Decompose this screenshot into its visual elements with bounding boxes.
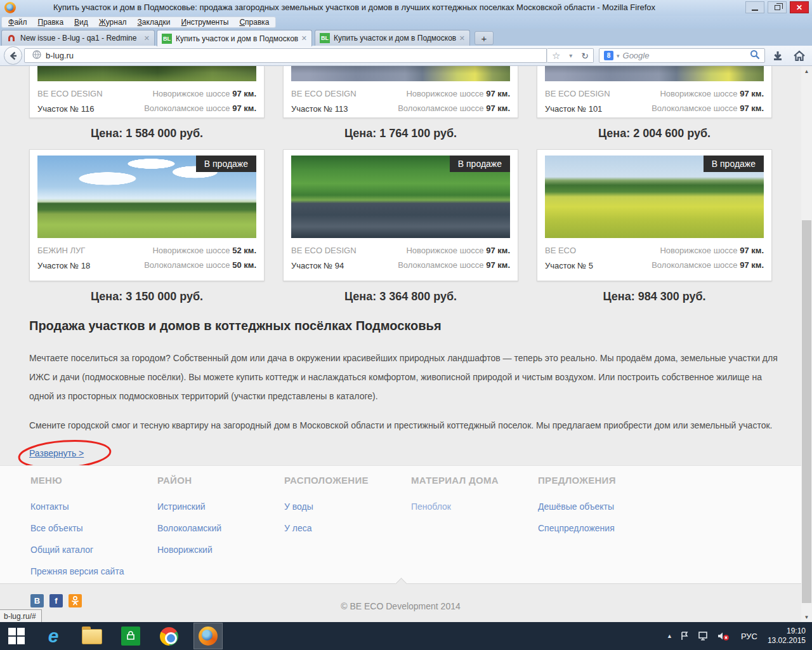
- clock-time: 19:10: [768, 627, 806, 636]
- network-icon[interactable]: [698, 631, 709, 641]
- windows-taskbar: e ▲ РУС 19:10 13.02.2015: [0, 622, 812, 650]
- windows-logo-icon: [8, 628, 25, 644]
- footer-column-offers: ПРЕДЛОЖЕНИЯ Дешёвые объекты Спецпредложе…: [538, 475, 658, 545]
- close-button[interactable]: ✕: [790, 1, 809, 13]
- restore-button[interactable]: [768, 1, 787, 13]
- listing-card[interactable]: BE ECO DESIGN Участок № 116 Новорижское …: [29, 66, 265, 118]
- footer-link-by-water[interactable]: У воды: [284, 501, 405, 512]
- menu-file[interactable]: Файл: [8, 18, 27, 27]
- footer-link-istrinsky[interactable]: Истринский: [157, 501, 278, 512]
- home-button[interactable]: [790, 49, 808, 63]
- window-title: Купить участок и дом в Подмосковье: прод…: [53, 3, 655, 12]
- navigation-toolbar: b-lug.ru ☆ ▾ ↻ 8 ▾ Google: [0, 46, 812, 66]
- search-input[interactable]: Google: [623, 51, 747, 60]
- menu-tools[interactable]: Инструменты: [181, 18, 229, 27]
- expand-link[interactable]: Развернуть >: [29, 448, 84, 458]
- language-indicator[interactable]: РУС: [741, 632, 757, 641]
- footer-link-old-site[interactable]: Прежняя версия сайта: [30, 566, 151, 576]
- download-arrow-icon: [772, 50, 783, 62]
- chrome-icon: [160, 627, 178, 646]
- action-center-flag-icon[interactable]: [680, 631, 690, 641]
- highway-label: Волоколамское шоссе: [398, 103, 483, 113]
- tab-close-icon[interactable]: ✕: [459, 34, 465, 43]
- footer-link-catalog[interactable]: Общий каталог: [30, 545, 151, 555]
- tab-blug-2[interactable]: BL Купить участок и дом в Подмосков... ✕: [315, 30, 470, 46]
- volume-muted-icon[interactable]: [717, 631, 730, 641]
- copyright-text: © BE ECO Development 2014: [0, 601, 801, 611]
- menu-bookmarks[interactable]: Закладки: [138, 18, 171, 27]
- url-bar[interactable]: b-lug.ru: [24, 48, 547, 63]
- tab-close-icon[interactable]: ✕: [301, 34, 307, 43]
- highway-distance: 97 км.: [486, 89, 510, 98]
- back-arrow-icon: [8, 51, 18, 61]
- plot-number: Участок № 18: [37, 261, 90, 270]
- listing-row-main: В продаже БЕЖИН ЛУГ Участок № 18 Новориж…: [29, 149, 772, 303]
- footer-link-novorizhsky[interactable]: Новорижский: [157, 545, 278, 555]
- minimize-button[interactable]: [745, 1, 764, 13]
- menu-edit[interactable]: Правка: [38, 18, 64, 27]
- village-name: BE ECO DESIGN: [291, 246, 357, 255]
- windows-store-button[interactable]: [117, 623, 145, 649]
- tab-blug-active[interactable]: BL Купить участок и дом в Подмосков... ✕: [157, 30, 312, 46]
- google-engine-icon[interactable]: 8: [604, 51, 613, 60]
- internet-explorer-button[interactable]: e: [39, 623, 67, 649]
- menu-help[interactable]: Справка: [239, 18, 269, 27]
- price-label: Цена: 984 300 руб.: [537, 290, 772, 303]
- scroll-down-icon[interactable]: ▼: [801, 612, 812, 622]
- chrome-button[interactable]: [155, 623, 183, 649]
- footer-link-volokolamsky[interactable]: Волоколамский: [157, 523, 278, 533]
- search-magnifier-icon[interactable]: [750, 50, 760, 62]
- file-explorer-button[interactable]: [77, 623, 105, 649]
- taskbar-clock[interactable]: 19:10 13.02.2015: [768, 627, 806, 646]
- highway-label: Волоколамское шоссе: [144, 260, 230, 270]
- page-scrollbar[interactable]: ▲ ▼: [801, 66, 812, 622]
- footer-link-penoblock[interactable]: Пеноблок: [411, 501, 532, 512]
- downloads-button[interactable]: [769, 49, 787, 63]
- tab-label: Купить участок и дом в Подмосков...: [176, 34, 298, 43]
- reload-icon[interactable]: ↻: [581, 51, 589, 61]
- highway-distance: 97 км.: [740, 246, 764, 255]
- redmine-favicon-icon: [6, 33, 16, 43]
- new-tab-button[interactable]: +: [475, 31, 494, 45]
- listing-card[interactable]: В продаже BE ECO Участок № 5 Новорижское…: [537, 149, 772, 281]
- search-box[interactable]: 8 ▾ Google: [599, 48, 765, 63]
- tab-close-icon[interactable]: ✕: [144, 34, 150, 43]
- scroll-up-icon[interactable]: ▲: [801, 66, 812, 76]
- price-label: Цена: 3 150 000 руб.: [29, 290, 265, 303]
- scrollbar-thumb[interactable]: [802, 220, 811, 603]
- footer-column-title: РАЙОН: [157, 475, 278, 486]
- bl-favicon-icon: BL: [320, 33, 330, 43]
- bookmark-star-icon[interactable]: ☆: [552, 50, 560, 62]
- footer-link-by-forest[interactable]: У леса: [284, 523, 405, 533]
- footer-link-special-offers[interactable]: Спецпредложения: [538, 523, 658, 533]
- firefox-button-active[interactable]: [194, 623, 222, 649]
- globe-icon: [32, 50, 41, 61]
- highway-distance: 97 км.: [232, 103, 256, 113]
- highway-distance: 50 км.: [232, 260, 256, 270]
- history-dropdown-icon[interactable]: ▾: [569, 52, 572, 59]
- listing-cell: BE ECO DESIGN Участок № 101 Новорижское …: [537, 66, 772, 140]
- listing-card[interactable]: В продаже БЕЖИН ЛУГ Участок № 18 Новориж…: [29, 149, 265, 281]
- footer-link-cheap-objects[interactable]: Дешёвые объекты: [538, 501, 658, 512]
- start-button[interactable]: [3, 623, 30, 649]
- price-label: Цена: 2 004 600 руб.: [537, 127, 772, 140]
- village-name: BE ECO: [545, 246, 593, 255]
- back-button[interactable]: [4, 46, 22, 65]
- footer-column-menu: МЕНЮ Контакты Все объекты Общий каталог …: [30, 475, 151, 588]
- window-titlebar[interactable]: Купить участок и дом в Подмосковье: прод…: [0, 0, 812, 16]
- plot-number: Участок № 94: [291, 261, 357, 270]
- tab-label: New issue - B-lug - qa1 - Redmine: [20, 34, 141, 43]
- engine-dropdown-icon[interactable]: ▾: [617, 53, 620, 59]
- listing-card[interactable]: BE ECO DESIGN Участок № 101 Новорижское …: [537, 66, 772, 118]
- tray-expand-icon[interactable]: ▲: [667, 633, 672, 639]
- tab-redmine[interactable]: New issue - B-lug - qa1 - Redmine ✕: [1, 30, 155, 46]
- highway-distance: 97 км.: [486, 260, 510, 270]
- footer-link-contacts[interactable]: Контакты: [30, 501, 151, 512]
- price-label: Цена: 3 364 800 руб.: [283, 290, 518, 303]
- menu-view[interactable]: Вид: [74, 18, 88, 27]
- footer-link-all-objects[interactable]: Все объекты: [30, 523, 151, 533]
- listing-card[interactable]: BE ECO DESIGN Участок № 113 Новорижское …: [283, 66, 518, 118]
- listing-card[interactable]: В продаже BE ECO DESIGN Участок № 94 Нов…: [283, 149, 518, 281]
- seo-description-section: Продажа участков и домов в коттеджных по…: [29, 319, 782, 459]
- menu-history[interactable]: Журнал: [99, 18, 127, 27]
